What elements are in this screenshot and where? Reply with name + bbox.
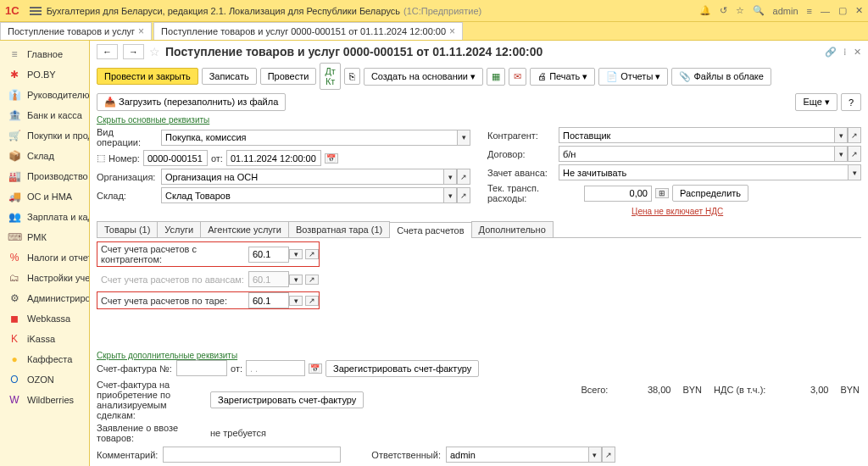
open-icon[interactable]: ↗ — [848, 146, 861, 162]
vat-mode-link[interactable]: Цена не включает НДС — [632, 207, 723, 216]
account-input[interactable] — [248, 292, 289, 308]
dropdown-icon[interactable]: ▾ — [289, 249, 303, 259]
detail-tab[interactable]: Услуги — [157, 221, 201, 237]
tab-close-icon[interactable]: × — [138, 25, 144, 37]
user-label[interactable]: admin — [773, 6, 798, 16]
dt-kt-icon[interactable]: ДтКт — [320, 63, 341, 90]
favorite-icon[interactable]: ☆ — [149, 45, 160, 58]
sidebar-item[interactable]: 🏭Производство — [0, 166, 89, 186]
counterparty-input[interactable] — [559, 127, 834, 143]
search-icon[interactable]: 🔍 — [753, 5, 765, 16]
close-icon[interactable]: ✕ — [855, 5, 863, 16]
sidebar-item[interactable]: WWildberries — [0, 390, 89, 410]
dropdown-icon[interactable]: ▾ — [588, 447, 602, 463]
hide-extra-link[interactable]: Скрыть дополнительные реквизиты — [97, 351, 237, 360]
calendar-icon[interactable]: 📅 — [309, 363, 322, 374]
excel-icon[interactable]: ▦ — [487, 68, 505, 86]
dropdown-icon[interactable]: ▾ — [834, 146, 848, 162]
open-icon[interactable]: ↗ — [305, 296, 319, 306]
sidebar-item[interactable]: ⚙Администрирование — [0, 288, 89, 308]
tab-document[interactable]: Поступление товаров и услуг 0000-000151 … — [153, 22, 463, 40]
dropdown-icon[interactable]: ▾ — [289, 296, 303, 306]
reg-invoice2-button[interactable]: Зарегистрировать счет-фактуру — [210, 391, 364, 408]
sidebar-item[interactable]: ●Каффеста — [0, 349, 89, 369]
post-button[interactable]: Провести — [260, 68, 317, 85]
advance-input[interactable] — [559, 164, 848, 180]
open-icon[interactable]: ↗ — [602, 447, 615, 463]
back-button[interactable]: ← — [97, 44, 118, 59]
org-input[interactable] — [161, 169, 443, 185]
sidebar-item[interactable]: %Налоги и отчетность — [0, 247, 89, 268]
responsible-input[interactable] — [446, 447, 588, 463]
bell-icon[interactable]: 🔔 — [699, 5, 711, 16]
forward-button[interactable]: → — [123, 44, 144, 59]
date-input[interactable] — [226, 150, 321, 166]
help-button[interactable]: ? — [841, 93, 861, 111]
sidebar-item[interactable]: KiKassa — [0, 329, 89, 349]
open-icon[interactable]: ↗ — [305, 249, 319, 259]
open-icon[interactable]: ↗ — [848, 127, 861, 143]
load-refill-button[interactable]: 📥 Загрузить (перезаполнить) из файла — [97, 93, 286, 111]
account-input[interactable] — [248, 247, 289, 263]
sidebar-item[interactable]: 🏦Банк и касса — [0, 105, 89, 125]
open-icon[interactable]: ↗ — [457, 169, 470, 185]
detail-tab[interactable]: Счета расчетов — [389, 222, 471, 238]
sidebar-item[interactable]: 🗂Настройки учета — [0, 268, 89, 288]
sidebar-item[interactable]: ОOZON — [0, 369, 89, 390]
dropdown-icon[interactable]: ▾ — [848, 164, 861, 180]
barcode-icon[interactable]: ⬚ — [97, 153, 105, 164]
open-icon[interactable]: ↗ — [305, 275, 319, 285]
reports-button[interactable]: 📄 Отчеты ▾ — [598, 68, 668, 86]
open-icon[interactable]: ↗ — [457, 187, 470, 203]
distribute-button[interactable]: Распределить — [672, 185, 748, 202]
op-type-input[interactable] — [161, 130, 457, 146]
history-icon[interactable]: ↺ — [720, 5, 727, 16]
link-icon[interactable]: 🔗 — [825, 47, 837, 58]
sidebar-item[interactable]: ≡Главное — [0, 44, 89, 64]
transp-input[interactable] — [584, 186, 652, 202]
detail-tab[interactable]: Дополнительно — [471, 221, 554, 237]
calc-icon[interactable]: ⊞ — [655, 188, 669, 198]
menu-icon[interactable] — [30, 5, 42, 17]
hide-main-req-link[interactable]: Скрыть основные реквизиты — [97, 115, 209, 125]
calendar-icon[interactable]: 📅 — [325, 153, 338, 164]
detail-tab[interactable]: Возвратная тара (1) — [288, 221, 390, 237]
post-close-button[interactable]: Провести и закрыть — [97, 68, 198, 85]
reg-invoice-button[interactable]: Зарегистрировать счет-фактуру — [326, 360, 479, 377]
sidebar-item[interactable]: ⌨РМК — [0, 227, 89, 247]
detail-tab[interactable]: Агентские услуги — [200, 221, 289, 237]
collapse-icon[interactable]: ⁞ — [843, 47, 847, 58]
tab-close-icon[interactable]: × — [449, 25, 455, 37]
maximize-icon[interactable]: ▢ — [838, 5, 847, 16]
sidebar-item[interactable]: 🚚ОС и НМА — [0, 186, 89, 207]
write-button[interactable]: Записать — [202, 68, 257, 85]
sidebar-item[interactable]: ◼Webkassa — [0, 308, 89, 329]
sidebar-item[interactable]: 📦Склад — [0, 146, 89, 166]
print-button[interactable]: 🖨 Печать ▾ — [530, 68, 595, 86]
dropdown-icon[interactable]: ▾ — [289, 275, 303, 285]
sidebar-item[interactable]: 👥Зарплата и кадры — [0, 207, 89, 227]
more-button[interactable]: Еще ▾ — [795, 93, 837, 111]
star-icon[interactable]: ☆ — [736, 5, 744, 16]
doc-close-icon[interactable]: ✕ — [854, 47, 861, 58]
invoice-no-input[interactable] — [176, 360, 227, 376]
tab-list[interactable]: Поступление товаров и услуг × — [0, 22, 152, 40]
number-input[interactable] — [143, 150, 208, 166]
comment-input[interactable] — [163, 447, 341, 463]
invoice-date-input[interactable] — [246, 360, 305, 376]
structure-icon[interactable]: ⎘ — [344, 68, 360, 85]
dropdown-icon[interactable]: ▾ — [443, 187, 457, 203]
esf-icon[interactable]: ✉ — [509, 68, 526, 86]
create-based-button[interactable]: Создать на основании ▾ — [364, 68, 483, 86]
dropdown-icon[interactable]: ▾ — [834, 127, 848, 143]
sidebar-item[interactable]: 🛒Покупки и продажи — [0, 125, 89, 146]
warehouse-input[interactable] — [161, 187, 443, 203]
minimize-icon[interactable]: — — [821, 6, 830, 16]
dropdown-icon[interactable]: ▾ — [443, 169, 457, 185]
files-cloud-button[interactable]: 📎 Файлы в облаке — [671, 68, 771, 86]
dropdown-icon[interactable]: ▾ — [457, 130, 470, 146]
settings-icon[interactable]: ≡ — [807, 6, 812, 16]
sidebar-item[interactable]: 👔Руководителю — [0, 85, 89, 105]
detail-tab[interactable]: Товары (1) — [97, 221, 158, 237]
contract-input[interactable] — [559, 146, 834, 162]
